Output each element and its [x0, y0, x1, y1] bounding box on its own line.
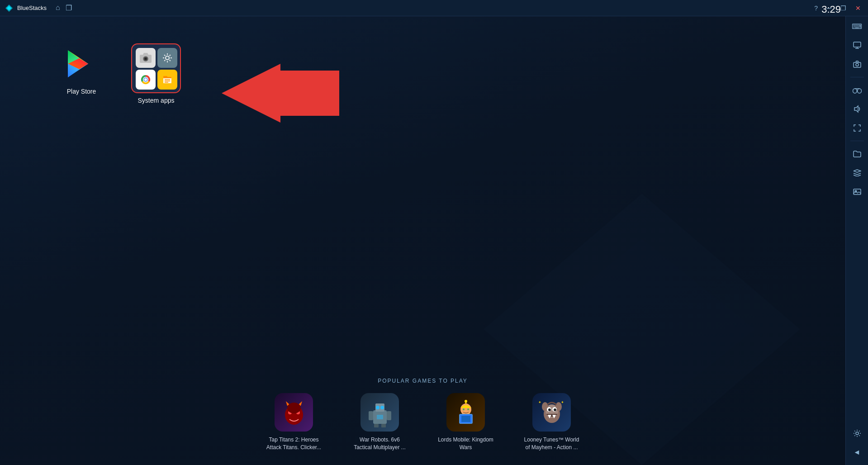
svg-point-26: [145, 58, 147, 60]
folder-settings-icon: [157, 48, 177, 68]
popular-section-title: POPULAR GAMES TO PLAY: [0, 378, 845, 384]
game-tap-titans[interactable]: Tap Titans 2: Heroes Attack Titans. Clic…: [265, 393, 323, 451]
looney-tunes-label: Looney Tunes™ World of Mayhem - Action .…: [522, 436, 581, 451]
sidebar-divider-2: [850, 141, 864, 141]
svg-point-8: [857, 89, 861, 93]
looney-tunes-icon: ✦ ✦: [532, 393, 571, 432]
svg-point-13: [856, 432, 859, 435]
svg-point-54: [380, 406, 384, 409]
titlebar: BlueStacks ⌂ ❐ ? ─ ❐ ✕: [0, 0, 868, 16]
games-row: Tap Titans 2: Heroes Attack Titans. Clic…: [0, 393, 845, 451]
svg-rect-59: [461, 416, 470, 422]
play-store-label: Play Store: [67, 88, 96, 95]
play-store-app[interactable]: Play Store: [54, 43, 109, 95]
layers-sidebar-icon[interactable]: [849, 165, 865, 181]
volume-sidebar-icon[interactable]: [849, 101, 865, 117]
camera-sidebar-icon[interactable]: [849, 56, 865, 72]
main-content: Play Store: [0, 16, 845, 465]
svg-point-6: [856, 63, 859, 66]
logo-area: BlueStacks: [5, 4, 47, 13]
folder-sidebar-icon[interactable]: [849, 146, 865, 162]
home-nav-icon[interactable]: ⌂: [56, 4, 60, 12]
screen-sidebar-icon[interactable]: [849, 37, 865, 53]
system-apps-folder[interactable]: [131, 43, 181, 93]
red-arrow: [222, 64, 339, 124]
nav-icons: ⌂ ❐: [56, 4, 72, 12]
svg-point-32: [144, 78, 147, 81]
lords-mobile-icon: [446, 393, 485, 432]
tap-titans-label: Tap Titans 2: Heroes Attack Titans. Clic…: [265, 436, 323, 451]
game-looney-tunes[interactable]: ✦ ✦ Looney Tunes™ World of Mayhem - Acti…: [522, 393, 581, 451]
svg-point-7: [853, 89, 857, 93]
folder-files-icon: [157, 70, 177, 90]
svg-point-70: [548, 408, 551, 411]
system-apps-app[interactable]: System apps: [127, 43, 185, 104]
close-button[interactable]: ✕: [853, 4, 863, 13]
war-robots-icon: [360, 393, 399, 432]
svg-rect-49: [369, 411, 373, 420]
svg-point-61: [465, 400, 467, 403]
game-war-robots[interactable]: War Robots. 6v6 Tactical Multiplayer ...: [351, 393, 409, 451]
keyboard-sidebar-icon[interactable]: ⌨: [849, 18, 865, 34]
svg-rect-36: [163, 76, 167, 78]
svg-text:✦: ✦: [538, 400, 541, 404]
folder-camera-icon: [136, 48, 156, 68]
right-sidebar: ⌨: [845, 0, 868, 465]
app-title: BlueStacks: [17, 5, 47, 11]
settings-sidebar-icon[interactable]: [849, 425, 865, 441]
svg-marker-10: [854, 106, 858, 112]
arrow-left-sidebar-icon[interactable]: ◄: [849, 444, 865, 460]
clock: 3:29: [821, 4, 841, 15]
copy-nav-icon[interactable]: ❐: [66, 4, 72, 12]
svg-rect-51: [374, 424, 379, 427]
play-store-icon: [63, 46, 100, 82]
svg-point-46: [287, 403, 301, 413]
svg-rect-55: [377, 415, 383, 419]
system-apps-label: System apps: [138, 97, 175, 104]
popular-section: POPULAR GAMES TO PLAY Tap Ti: [0, 378, 845, 465]
svg-marker-40: [222, 64, 339, 123]
sidebar-divider-1: [850, 77, 864, 77]
tap-titans-icon: [275, 393, 313, 432]
fullscreen-sidebar-icon[interactable]: [849, 120, 865, 136]
svg-point-62: [463, 408, 465, 410]
gamepad-sidebar-icon[interactable]: [849, 82, 865, 98]
photo-sidebar-icon[interactable]: [849, 184, 865, 200]
help-button[interactable]: ?: [811, 4, 821, 13]
svg-text:✦: ✦: [561, 400, 564, 404]
war-robots-label: War Robots. 6v6 Tactical Multiplayer ...: [351, 436, 409, 451]
bluestacks-logo-icon: [5, 4, 14, 13]
svg-rect-52: [381, 424, 386, 427]
svg-rect-2: [854, 42, 861, 47]
svg-point-63: [467, 408, 469, 410]
svg-point-71: [554, 408, 556, 411]
sidebar-bottom: ◄: [849, 425, 865, 465]
play-store-icon-wrapper: [61, 43, 102, 84]
svg-rect-50: [387, 411, 391, 420]
app-grid: Play Store: [54, 43, 185, 104]
lords-mobile-label: Lords Mobile: Kingdom Wars: [436, 436, 495, 451]
svg-point-53: [376, 406, 379, 409]
game-lords-mobile[interactable]: Lords Mobile: Kingdom Wars: [436, 393, 495, 451]
svg-rect-11: [854, 189, 861, 195]
folder-chrome-icon: [136, 70, 156, 90]
